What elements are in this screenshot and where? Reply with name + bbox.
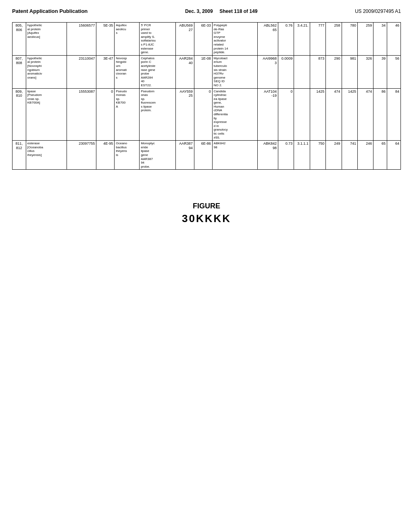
evalue2: 1E-08 [194, 55, 212, 88]
val1: 0.0009 [278, 55, 294, 88]
table-row: 805,806 hypothetical protein[Aquifexaeol… [13, 23, 401, 56]
val7: 86 [373, 88, 387, 141]
description-cell: hypothetical protein[Aquifexaeolicus] [26, 23, 67, 56]
header-center: Dec. 3, 2009 Sheet 118 of 149 [185, 8, 257, 14]
header-right: US 2009/0297495 A1 [355, 8, 401, 14]
evalue1: 5E-35 [96, 23, 115, 56]
figure-label: FIGURE 30KKKK [12, 202, 401, 225]
gi-number: 23097755 [67, 141, 96, 170]
table-row: 811,812 esterase[Oceanobacillusiheyensis… [13, 141, 401, 170]
val6: 259 [357, 23, 373, 56]
val1: 0.76 [278, 23, 294, 56]
header-sheet: Sheet 118 of 149 [219, 8, 257, 14]
evalue2: 6E-33 [194, 23, 212, 56]
header-date: Dec. 3, 2009 [185, 8, 213, 14]
val2 [294, 55, 310, 88]
description2: ABK84298 [212, 141, 258, 170]
accession2: AAI99683 [258, 55, 278, 88]
evalue1: 0 [96, 88, 115, 141]
row-number: 805,806 [13, 23, 26, 56]
val3: 873 [310, 55, 325, 88]
figure-title: FIGURE [12, 202, 401, 210]
table-row: 809,810 lipase[Pseudomonas sp.KB700A] 15… [13, 88, 401, 141]
description2: Mycobacteriumtuberculosis strainH37Rvgen… [212, 55, 258, 88]
val7: 65 [373, 141, 387, 170]
accession2: AAT104-19 [258, 88, 278, 141]
val2: 3.1.1.1 [294, 141, 310, 170]
accession1: AAR38794 [176, 141, 194, 170]
val7: 34 [373, 23, 387, 56]
val6: 326 [357, 55, 373, 88]
val4: 474 [326, 88, 342, 141]
val8: 56 [387, 55, 401, 88]
gi-number: 15606577 [67, 23, 96, 56]
val8: 64 [387, 141, 401, 170]
probe-gene: 5' PCRprimerused toamplify S.solfatariou… [140, 23, 176, 56]
val1: 0.73 [278, 141, 294, 170]
page-header: Patent Application Publication Dec. 3, 2… [12, 8, 401, 14]
description2: Candidacylindracea lipasegene,HumancDNAd… [212, 88, 258, 141]
val6: 246 [357, 141, 373, 170]
description2: Polypeptide-RasGTPenzymeactivatorrelated… [212, 23, 258, 56]
accession2: ABK84298 [258, 141, 278, 170]
accession1: AAY55925 [176, 88, 194, 141]
accession1: AAR28440 [176, 55, 194, 88]
description-cell: hypothetical protein[Novosphingobiumarom… [26, 55, 67, 88]
val2 [294, 88, 310, 141]
val5: 780 [342, 23, 357, 56]
val5: 981 [342, 55, 357, 88]
description-cell: esterase[Oceanobacillusiheyensis] [26, 141, 67, 170]
organism: Oceanobacillusiheyensis [115, 141, 140, 170]
val3: 1425 [310, 88, 325, 141]
probe-gene: MonoptyceridelipasegeneAAR38794probe. [140, 141, 176, 170]
val7: 39 [373, 55, 387, 88]
organism: Aquifexaeolicus [115, 23, 140, 56]
val8: 46 [387, 23, 401, 56]
val1: 0 [278, 88, 294, 141]
accession1: ABU56927 [176, 23, 194, 56]
accession2: ABL56265 [258, 23, 278, 56]
gi-number: 15553087 [67, 88, 96, 141]
probe-gene: Pseudomonassp.fluorescens lipaseprotein. [140, 88, 176, 141]
gi-number: 23110047 [67, 55, 96, 88]
evalue2: 6E-86 [194, 141, 212, 170]
val4: 290 [326, 55, 342, 88]
row-number: 809,810 [13, 88, 26, 141]
probe-gene: Cephalosporin Cacetylesterase geneprobeA… [140, 55, 176, 88]
val4: 249 [326, 141, 342, 170]
page: Patent Application Publication Dec. 3, 2… [0, 0, 413, 532]
evalue1: 3E-47 [96, 55, 115, 88]
table-row: 807,808 hypothetical protein[Novosphingo… [13, 55, 401, 88]
val3: 777 [310, 23, 325, 56]
row-number: 807,808 [13, 55, 26, 88]
val8: 84 [387, 88, 401, 141]
header-left: Patent Application Publication [12, 8, 88, 14]
val4: 258 [326, 23, 342, 56]
val5: 741 [342, 141, 357, 170]
val6: 474 [357, 88, 373, 141]
val5: 1425 [342, 88, 357, 141]
organism: Pseudomonassp.KB700A [115, 88, 140, 141]
evalue2: 0 [194, 88, 212, 141]
evalue1: 4E-95 [96, 141, 115, 170]
val2: 3.4.21. [294, 23, 310, 56]
organism: Novosphingobiumaromaticivorans [115, 55, 140, 88]
val3: 750 [310, 141, 325, 170]
description-cell: lipase[Pseudomonas sp.KB700A] [26, 88, 67, 141]
data-table: 805,806 hypothetical protein[Aquifexaeol… [12, 22, 401, 170]
row-number: 811,812 [13, 141, 26, 170]
figure-sublabel: 30KKKK [12, 212, 401, 225]
